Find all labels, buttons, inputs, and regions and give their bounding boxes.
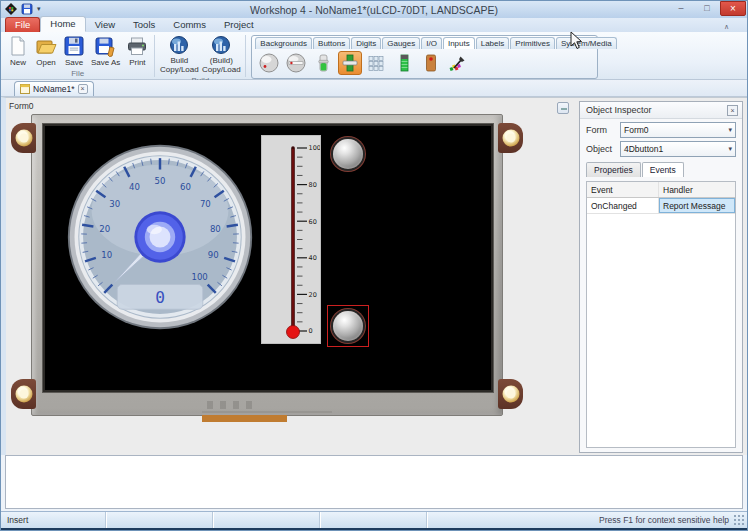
build-icon [211,35,231,55]
file-group: New Open Save [4,34,151,78]
mount-hole-icon [502,130,519,147]
table-row: OnChanged Report Message [587,198,735,214]
palette-tab-labels[interactable]: Labels [476,37,510,49]
color-picker-icon [448,53,468,73]
event-cell[interactable]: OnChanged [587,198,659,213]
events-table-header: Event Handler [587,182,735,198]
print-button[interactable]: Print [123,34,151,68]
save-as-button[interactable]: Save As [88,34,123,68]
widget-color-picker[interactable] [446,51,470,75]
form-selector-row: Form Form0 ▾ [580,119,742,138]
svg-text:50: 50 [155,176,166,186]
gauge-value-display: 0 [155,288,165,307]
status-segment [213,512,320,528]
chevron-down-icon: ▾ [728,126,732,134]
maximize-button[interactable]: □ [694,1,720,16]
ribbon-collapse-icon[interactable]: ∧ [724,23,729,31]
svg-text:80: 80 [210,224,221,234]
tab-file[interactable]: File [5,17,40,32]
mount-tab-bottom-left [11,379,36,409]
document-tab-bar: NoName1* × [1,80,747,97]
palette-tab-buttons[interactable]: Buttons [313,37,350,49]
palette-tab-system-media[interactable]: System/Media [556,37,617,49]
build-only-copy-load-button[interactable]: (Build) Copy/Load [200,34,242,75]
tab-comms[interactable]: Comms [164,18,215,32]
status-bar: Insert Press F1 for context sensitive he… [1,511,747,528]
palette-tab-gauges[interactable]: Gauges [382,37,420,49]
metal-button-selected[interactable] [333,311,363,341]
lcd-screen[interactable]: 102030405060708090100 0 100806040200 [42,123,494,393]
palette-tab-primitives[interactable]: Primitives [510,37,555,49]
widget-rotary-switch[interactable] [284,51,308,75]
save-as-icon [95,35,117,57]
tab-tools[interactable]: Tools [124,18,164,32]
panel-splitter-button[interactable] [557,102,569,114]
thermometer-widget[interactable]: 100806040200 [261,135,321,344]
svg-text:20: 20 [99,224,110,234]
minimize-button[interactable]: – [668,1,694,16]
palette-tab-backgrounds[interactable]: Backgrounds [255,37,312,49]
ribbon-tab-row: File Home View Tools Comms Project ∧ [1,18,747,32]
keypad-icon [367,53,387,73]
tab-properties[interactable]: Properties [586,162,641,177]
tab-home[interactable]: Home [40,16,85,32]
widget-palette: Backgrounds Buttons Digits Gauges I/O In… [251,35,598,79]
inspector-close-icon[interactable]: × [727,105,738,116]
inspector-title: Object Inspector [586,105,727,115]
qat-dropdown-icon[interactable]: ▾ [37,2,41,16]
handler-cell[interactable]: Report Message [659,198,735,213]
object-selector-row: Object 4Dbutton1 ▾ [580,138,742,157]
object-select[interactable]: 4Dbutton1 ▾ [620,141,736,157]
document-tab[interactable]: NoName1* × [14,81,94,96]
save-button[interactable]: Save [60,34,88,68]
close-button[interactable]: × [720,1,746,16]
svg-text:30: 30 [109,199,120,209]
mount-hole-icon [502,386,519,403]
svg-text:90: 90 [208,250,219,260]
svg-text:10: 10 [101,250,112,260]
form-field-label: Form [586,125,620,135]
widget-led-bar[interactable] [392,51,416,75]
window-title: Workshop 4 - NoName1*(uLCD-70DT, LANDSCA… [1,4,747,16]
resize-grip-icon[interactable] [733,514,745,526]
app-logo-icon [5,3,17,15]
tab-project[interactable]: Project [215,18,263,32]
document-close-icon[interactable]: × [78,84,88,94]
quick-save-icon[interactable] [21,3,33,15]
tab-view[interactable]: View [86,18,124,32]
print-icon [126,35,148,57]
widget-slider-vertical[interactable] [311,51,335,75]
form-select[interactable]: Form0 ▾ [620,122,736,138]
window-controls: – □ × [668,1,746,16]
status-help-text: Press F1 for context sensitive help [599,515,733,525]
open-button[interactable]: Open [32,34,60,68]
bezel-connector-marks [207,401,253,409]
new-button[interactable]: New [4,34,32,68]
mount-hole-icon [15,130,32,147]
palette-tab-inputs[interactable]: Inputs [443,37,475,49]
form-name-label: Form0 [9,101,34,111]
object-inspector-panel: Object Inspector × Form Form0 ▾ Object 4… [579,101,743,453]
ribbon-separator [154,35,155,77]
widget-knob[interactable] [257,51,281,75]
palette-tab-io[interactable]: I/O [421,37,442,49]
tab-events[interactable]: Events [642,162,684,177]
widget-toggle-switch[interactable] [419,51,443,75]
app-window: ▾ Workshop 4 - NoName1*(uLCD-70DT, LANDS… [0,0,748,531]
palette-widgets [252,49,597,75]
save-icon [63,35,85,57]
angular-gauge-widget[interactable]: 102030405060708090100 0 [65,142,255,332]
widget-slider-horizontal[interactable] [338,51,362,75]
svg-text:100: 100 [309,144,321,152]
svg-text:40: 40 [129,182,140,192]
svg-text:80: 80 [309,181,317,189]
metal-button-top[interactable] [333,139,363,169]
form-designer: Form0 102030405060708090100 [1,97,747,455]
event-column-header: Event [587,182,659,197]
events-table: Event Handler OnChanged Report Message [586,181,736,448]
palette-tab-digits[interactable]: Digits [351,37,381,49]
thermometer-bulb [287,326,300,339]
form-select-value: Form0 [624,125,649,135]
build-copy-load-button[interactable]: Build Copy/Load [158,34,200,75]
widget-keypad[interactable] [365,51,389,75]
